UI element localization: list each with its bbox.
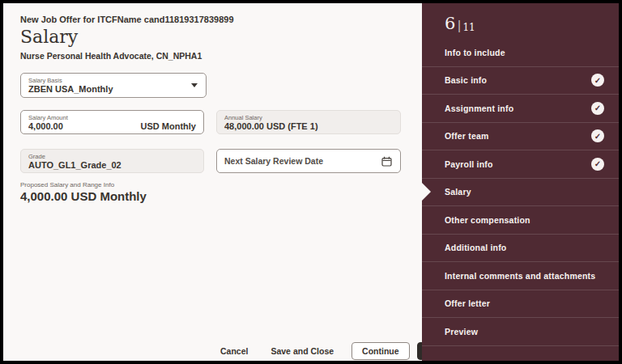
check-icon: ✓ bbox=[591, 74, 604, 87]
sidebar-step-other-compensation[interactable]: Other compensation bbox=[422, 206, 619, 235]
salary-amount-suffix: USD Monthly bbox=[141, 121, 196, 131]
proposed-salary-value: 4,000.00 USD Monthly bbox=[20, 189, 147, 203]
step-label: Basic info bbox=[445, 75, 487, 85]
annual-salary-label: Annual Salary bbox=[224, 114, 393, 121]
step-label: Info to include bbox=[445, 48, 505, 57]
sidebar-step-additional-info[interactable]: Additional info bbox=[422, 235, 619, 263]
salary-basis-label: Salary Basis bbox=[28, 77, 198, 84]
step-label: Offer team bbox=[445, 131, 489, 141]
step-label: Offer letter bbox=[445, 298, 490, 308]
step-label: Internal comments and attachments bbox=[445, 271, 595, 281]
check-icon: ✓ bbox=[591, 102, 604, 115]
next-salary-review-date-input[interactable] bbox=[224, 156, 380, 166]
grade-field: Grade AUTO_GL1_Grade_02 bbox=[20, 149, 204, 173]
salary-amount-field[interactable]: Salary Amount USD Monthly bbox=[20, 110, 204, 134]
sidebar-step-offer-team[interactable]: Offer team✓ bbox=[422, 123, 619, 151]
step-label: Other compensation bbox=[445, 215, 530, 225]
offer-title: New Job Offer for ITCFName cand118193178… bbox=[20, 15, 234, 24]
sidebar-step-preview[interactable]: Preview bbox=[422, 318, 619, 346]
sidebar-step-internal-comments-and-attachments[interactable]: Internal comments and attachments bbox=[422, 262, 619, 290]
cancel-button[interactable]: Cancel bbox=[220, 346, 248, 356]
sidebar-step-assignment-info[interactable]: Assignment info✓ bbox=[422, 95, 619, 123]
save-and-close-button[interactable]: Save and Close bbox=[271, 346, 334, 356]
annual-salary-field: Annual Salary 48,000.00 USD (FTE 1) bbox=[216, 110, 401, 134]
sidebar-step-info-to-include[interactable]: Info to include bbox=[422, 39, 619, 67]
chevron-down-icon bbox=[191, 83, 198, 87]
calendar-icon[interactable] bbox=[380, 154, 393, 167]
salary-basis-select[interactable]: Salary Basis ZBEN USA_Monthly bbox=[20, 73, 207, 98]
check-icon: ✓ bbox=[591, 158, 604, 171]
check-icon: ✓ bbox=[591, 129, 604, 142]
offer-steps-sidebar: 6|11 Info to includeBasic info✓Assignmen… bbox=[422, 3, 619, 361]
step-label: Payroll info bbox=[445, 159, 493, 169]
salary-step-content: New Job Offer for ITCFName cand118193178… bbox=[3, 3, 422, 361]
page-title: Salary bbox=[20, 27, 78, 47]
job-offer-app: New Job Offer for ITCFName cand118193178… bbox=[3, 3, 619, 361]
annual-salary-value: 48,000.00 USD (FTE 1) bbox=[224, 121, 393, 132]
step-label: Assignment info bbox=[445, 104, 513, 113]
step-progress-total: 11 bbox=[462, 22, 475, 33]
grade-label: Grade bbox=[28, 153, 196, 160]
salary-basis-value: ZBEN USA_Monthly bbox=[28, 84, 198, 95]
grade-value: AUTO_GL1_Grade_02 bbox=[28, 160, 196, 171]
step-progress-current: 6 bbox=[445, 14, 455, 33]
step-progress-separator: | bbox=[457, 18, 461, 32]
sidebar-step-basic-info[interactable]: Basic info✓ bbox=[422, 67, 619, 95]
job-subtitle: Nurse Personal Health Advocate, CN_NPHA1 bbox=[20, 51, 202, 61]
screen-frame: New Job Offer for ITCFName cand118193178… bbox=[0, 0, 622, 364]
step-label: Additional info bbox=[445, 243, 507, 252]
step-progress: 6|11 bbox=[445, 14, 619, 33]
sidebar-step-payroll-info[interactable]: Payroll info✓ bbox=[422, 150, 619, 179]
salary-amount-input[interactable] bbox=[28, 121, 101, 131]
sidebar-step-offer-letter[interactable]: Offer letter bbox=[422, 290, 619, 319]
step-list: Info to includeBasic info✓Assignment inf… bbox=[422, 39, 619, 346]
step-label: Salary bbox=[445, 187, 471, 197]
sidebar-step-salary[interactable]: Salary bbox=[422, 179, 619, 207]
next-salary-review-date-field[interactable] bbox=[216, 149, 401, 173]
proposed-salary-label: Proposed Salary and Range Info bbox=[20, 181, 114, 188]
continue-button[interactable]: Continue bbox=[351, 342, 410, 360]
step-label: Preview bbox=[445, 327, 478, 336]
salary-amount-label: Salary Amount bbox=[28, 114, 196, 121]
